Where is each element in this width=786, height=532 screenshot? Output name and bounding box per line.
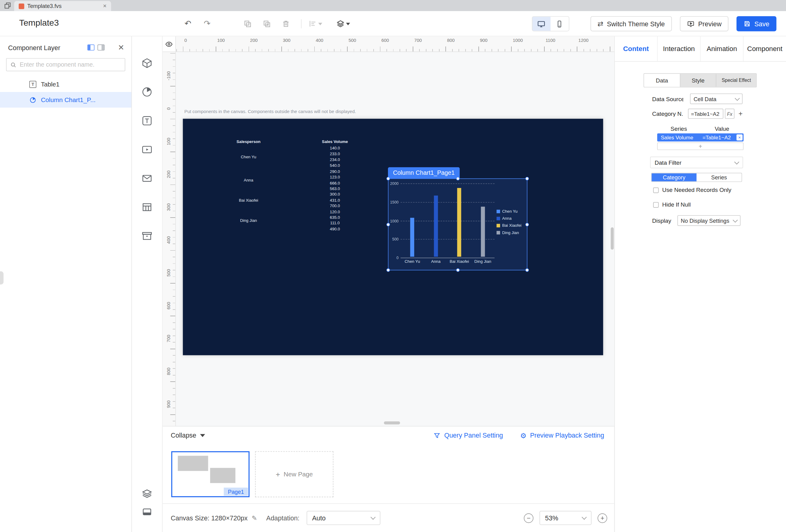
component-toolbar [132, 37, 163, 532]
canvas-scroll-area[interactable]: Put components in the canvas. Components… [176, 52, 614, 426]
tab-animation[interactable]: Animation [700, 37, 743, 61]
horizontal-ruler: 0100200300400500600700800900100011001200 [176, 37, 614, 52]
use-needed-records-checkbox[interactable] [653, 187, 658, 193]
undo-icon[interactable]: ↶ [182, 18, 194, 30]
horizontal-scrollbar[interactable] [384, 421, 400, 424]
resize-handle-n[interactable] [456, 177, 460, 181]
desktop-view-button[interactable] [532, 17, 551, 31]
collapse-button[interactable]: Collapse [171, 432, 205, 439]
page-label: Page1 [224, 488, 248, 495]
chevron-down-icon [733, 217, 737, 222]
resize-handle-se[interactable] [526, 268, 529, 272]
adaptation-value: Auto [312, 514, 367, 522]
close-panel-icon[interactable]: ✕ [118, 43, 124, 52]
category-name-input[interactable]: =Table1~A2 [688, 109, 723, 119]
save-button[interactable]: Save [737, 16, 777, 31]
switch-arrows-icon: ⇄ [598, 20, 603, 27]
data-source-select[interactable]: Cell Data [690, 93, 743, 104]
preview-button[interactable]: Preview [680, 16, 729, 31]
hide-if-null-checkbox[interactable] [653, 202, 658, 207]
resize-handle-nw[interactable] [387, 177, 390, 181]
content-subtabs: Data Style Special Effect [644, 73, 757, 87]
resize-handle-e[interactable] [526, 223, 529, 226]
selected-component-tag[interactable]: Column Chart1_Page1 [388, 167, 460, 179]
query-panel-setting-button[interactable]: Query Panel Setting [434, 432, 503, 439]
ruler-h-label: 400 [316, 38, 324, 43]
subtab-special-effect[interactable]: Special Effect [716, 74, 756, 87]
tab-content[interactable]: Content [615, 37, 657, 61]
preview-playback-setting-button[interactable]: ⚙ Preview Playback Setting [520, 432, 604, 439]
redo-icon[interactable]: ↷ [201, 18, 213, 30]
legend-label: Ding Jian [502, 230, 519, 235]
ruler-corner [163, 37, 176, 52]
chart-legend: Chen YuAnnaBai XiaofeiDing Jian [496, 209, 521, 238]
chart-xtick-label: Ding Jian [475, 259, 491, 264]
settings-tabs: Content Interaction Animation Component [615, 37, 786, 62]
new-page-button[interactable]: + New Page [255, 451, 333, 497]
text-widget-icon[interactable] [141, 115, 153, 126]
eye-icon[interactable] [165, 40, 173, 48]
bottom-panel-icon[interactable] [142, 507, 152, 517]
ruler-h-label: 0 [185, 38, 187, 43]
save-icon [744, 20, 751, 27]
mail-widget-icon[interactable] [141, 173, 153, 184]
display-select[interactable]: No Display Settings [677, 215, 740, 226]
copy-icon[interactable] [241, 18, 254, 30]
edit-canvas-size-icon[interactable]: ✎ [252, 514, 257, 522]
widget-cube-icon[interactable] [141, 58, 153, 69]
zoom-out-button[interactable]: − [524, 513, 533, 523]
subtab-style[interactable]: Style [680, 74, 716, 87]
search-input[interactable] [20, 61, 121, 68]
document-tab[interactable]: Template3.fvs × [14, 1, 111, 11]
ruler-v-label: 400 [166, 230, 171, 250]
layer-order-menu-icon[interactable] [336, 18, 350, 30]
data-filter-section[interactable]: Data Filter [650, 157, 743, 168]
add-series-button[interactable]: + [657, 142, 743, 150]
archive-widget-icon[interactable] [141, 230, 153, 241]
subtab-data[interactable]: Data [644, 74, 680, 87]
close-tab-icon[interactable]: × [103, 2, 107, 9]
align-menu-icon[interactable] [308, 18, 322, 30]
resize-handle-sw[interactable] [387, 268, 390, 272]
tab-component[interactable]: Component [743, 37, 786, 61]
category-name-label: Category N... [652, 111, 684, 117]
resize-handle-ne[interactable] [526, 177, 529, 181]
resize-handle-w[interactable] [387, 223, 390, 226]
filter-tab-category[interactable]: Category [652, 173, 696, 181]
adaptation-select[interactable]: Auto [306, 511, 380, 525]
duplicate-icon[interactable] [260, 18, 273, 30]
formula-button[interactable]: Fx [725, 109, 734, 119]
filter-tab-series[interactable]: Series [696, 173, 741, 181]
split-left-icon[interactable] [88, 45, 95, 51]
delete-icon[interactable] [280, 18, 292, 30]
page-artboard[interactable]: Salesperson Sales Volume Chen YuAnnaBai … [183, 119, 603, 355]
ruler-h-label: 700 [414, 38, 422, 43]
split-right-icon[interactable] [98, 45, 105, 51]
media-widget-icon[interactable] [141, 144, 153, 155]
gear-icon: ⚙ [520, 432, 527, 439]
layers-icon[interactable] [142, 489, 152, 499]
tab-interaction[interactable]: Interaction [657, 37, 700, 61]
tab-title: Template3.fvs [27, 3, 96, 9]
switch-theme-button[interactable]: ⇄ Switch Theme Style [591, 16, 672, 31]
page1-thumbnail[interactable]: Page1 [171, 451, 250, 497]
zoom-level-select[interactable]: 53% [539, 511, 592, 525]
layer-item-table1[interactable]: T Table1 [0, 76, 131, 92]
column-chart-component[interactable]: Column Chart1_Page1 0500100015002000 Che… [388, 179, 527, 271]
window-restore-icon[interactable] [4, 2, 11, 9]
toolbar-divider [301, 19, 302, 28]
use-needed-records-label: Use Needed Records Only [662, 187, 731, 193]
resize-handle-s[interactable] [456, 268, 460, 272]
vertical-scrollbar[interactable] [611, 227, 614, 250]
delete-series-button[interactable]: × [737, 135, 743, 141]
layer-item-column-chart1[interactable]: Column Chart1_P... [0, 92, 131, 108]
table-component-icon: T [29, 81, 36, 88]
table-widget-icon[interactable] [141, 202, 153, 213]
series-row[interactable]: Sales Volume =Table1~A2 × [657, 134, 743, 141]
panel-collapse-handle[interactable] [0, 271, 4, 284]
add-category-button[interactable]: + [737, 109, 744, 119]
table-cell-value: 431.0 [305, 198, 365, 203]
zoom-in-button[interactable]: + [598, 513, 607, 523]
mobile-view-button[interactable] [551, 17, 569, 31]
chart-pie-icon[interactable] [141, 87, 153, 97]
